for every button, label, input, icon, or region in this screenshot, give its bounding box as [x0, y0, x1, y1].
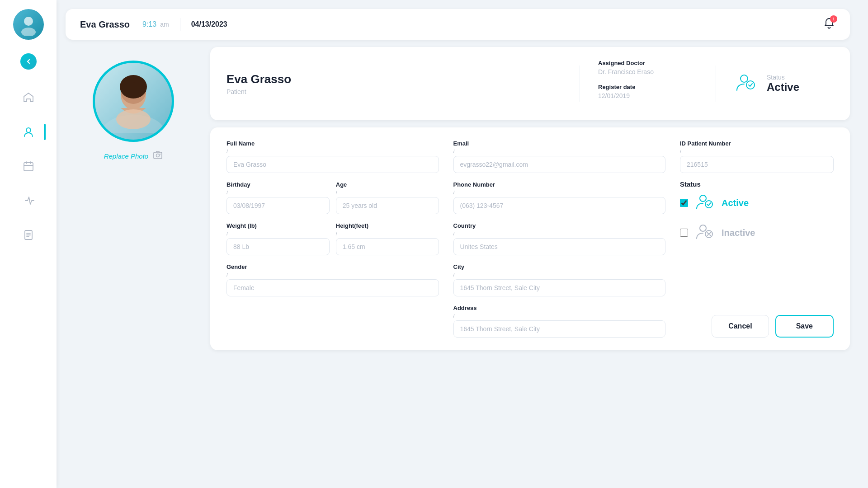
cancel-button[interactable]: Cancel — [712, 315, 769, 338]
svg-point-0 — [24, 17, 33, 26]
age-input[interactable] — [336, 197, 439, 214]
birthday-field: Birthday / — [226, 181, 330, 214]
profile-status-icon — [734, 70, 759, 97]
address-field: Address / — [453, 305, 666, 338]
status-active-option: Active — [680, 192, 834, 214]
country-label: Country — [453, 222, 666, 229]
profile-divider-2 — [716, 66, 716, 102]
address-input[interactable] — [453, 320, 666, 338]
status-label: Status — [767, 74, 799, 81]
replace-photo-row[interactable]: Replace Photo — [104, 150, 163, 162]
status-value: Active — [767, 81, 799, 94]
full-name-field: Full Name / — [226, 140, 439, 173]
status-inactive-option: Inactive — [680, 221, 834, 244]
right-panel: Eva Grasso Patient Assigned Doctor Dr. F… — [210, 47, 850, 479]
form-col-2: Email / Phone Number / Country / Unites … — [453, 140, 666, 338]
weight-input[interactable] — [226, 238, 330, 255]
content-area: Replace Photo Eva Grasso Patient — [66, 47, 850, 479]
birthday-label: Birthday — [226, 181, 330, 188]
svg-point-16 — [705, 201, 712, 208]
profile-name: Eva Grasso — [226, 72, 561, 86]
birthday-age-row: Birthday / Age / — [226, 181, 439, 214]
email-input[interactable] — [453, 156, 666, 173]
bell-button[interactable]: 1 — [823, 17, 835, 32]
svg-point-2 — [26, 128, 31, 132]
status-section: Status — [680, 180, 834, 251]
sidebar-nav — [19, 88, 38, 245]
sidebar — [0, 0, 57, 488]
gender-select[interactable]: Female Male Other — [226, 279, 439, 296]
weight-height-row: Weight (lb) / Height(feet) / — [226, 222, 439, 255]
user-avatar — [13, 9, 44, 40]
save-button[interactable]: Save — [775, 315, 834, 338]
register-date-value: 12/01/2019 — [598, 92, 698, 99]
birthday-input[interactable] — [226, 197, 330, 214]
sidebar-item-calendar[interactable] — [19, 156, 38, 176]
status-active-checkbox[interactable] — [680, 199, 688, 207]
profile-card: Eva Grasso Patient Assigned Doctor Dr. F… — [210, 47, 850, 120]
id-patient-label: ID Patient Number — [680, 140, 834, 147]
status-active-label: Active — [722, 198, 749, 208]
main-area: Eva Grasso 9:13 am 04/13/2023 1 — [57, 0, 868, 488]
phone-input[interactable] — [453, 197, 666, 214]
sidebar-item-reports[interactable] — [19, 225, 38, 245]
status-inactive-checkbox[interactable] — [680, 229, 688, 237]
city-label: City — [453, 263, 666, 270]
phone-label: Phone Number — [453, 181, 666, 188]
svg-rect-3 — [24, 163, 33, 171]
svg-rect-11 — [154, 152, 162, 159]
assigned-doctor-value: Dr. Francisco Eraso — [598, 68, 698, 75]
assigned-doctor-label: Assigned Doctor — [598, 60, 698, 66]
header-time-suffix: am — [160, 21, 169, 28]
height-field: Height(feet) / — [336, 222, 439, 255]
patient-photo-wrapper — [93, 61, 174, 142]
city-field: City / 1645 Thorn Street, Sale City — [453, 263, 666, 296]
header-time: 9:13 — [142, 20, 156, 28]
form-col-1: Full Name / Birthday / Age / — [226, 140, 439, 338]
gender-label: Gender — [226, 263, 439, 270]
replace-photo-label: Replace Photo — [104, 152, 148, 160]
header-divider — [180, 18, 180, 31]
svg-point-13 — [741, 75, 748, 82]
patient-photo — [93, 61, 174, 142]
sidebar-item-procedures[interactable] — [19, 191, 38, 211]
sidebar-item-patient[interactable] — [19, 122, 38, 142]
status-active-icon — [694, 192, 715, 214]
header: Eva Grasso 9:13 am 04/13/2023 1 — [66, 9, 850, 40]
svg-point-15 — [700, 195, 706, 202]
register-date-label: Register date — [598, 84, 698, 90]
email-field: Email / — [453, 140, 666, 173]
age-field: Age / — [336, 181, 439, 214]
action-buttons: Cancel Save — [680, 315, 834, 338]
country-select[interactable]: Unites States Canada Mexico Other — [453, 238, 666, 255]
email-label: Email — [453, 140, 666, 147]
age-label: Age — [336, 181, 439, 188]
form-col-3: ID Patient Number / Status — [680, 140, 834, 338]
sidebar-item-home[interactable] — [19, 88, 38, 108]
left-panel: Replace Photo — [66, 47, 201, 479]
svg-point-14 — [746, 81, 755, 89]
replace-photo-icon — [153, 150, 163, 162]
bell-badge: 1 — [830, 15, 837, 23]
weight-field: Weight (lb) / — [226, 222, 330, 255]
weight-label: Weight (lb) — [226, 222, 330, 229]
id-patient-field: ID Patient Number / — [680, 140, 834, 173]
full-name-label: Full Name — [226, 140, 439, 147]
header-username: Eva Grasso — [80, 19, 130, 30]
profile-meta: Assigned Doctor Dr. Francisco Eraso Regi… — [598, 60, 698, 108]
svg-point-8 — [116, 109, 151, 129]
profile-status-section: Status Active — [734, 70, 834, 97]
svg-point-1 — [21, 28, 36, 36]
svg-point-12 — [156, 154, 160, 157]
form-card: Full Name / Birthday / Age / — [210, 127, 850, 350]
profile-divider — [580, 66, 580, 102]
status-inactive-icon — [694, 221, 715, 244]
header-date: 04/13/2023 — [191, 20, 227, 28]
back-button[interactable] — [20, 53, 37, 70]
height-input[interactable] — [336, 238, 439, 255]
city-select[interactable]: 1645 Thorn Street, Sale City — [453, 279, 666, 296]
height-label: Height(feet) — [336, 222, 439, 229]
status-inactive-label: Inactive — [722, 228, 755, 238]
full-name-input[interactable] — [226, 156, 439, 173]
id-patient-input[interactable] — [680, 156, 834, 173]
